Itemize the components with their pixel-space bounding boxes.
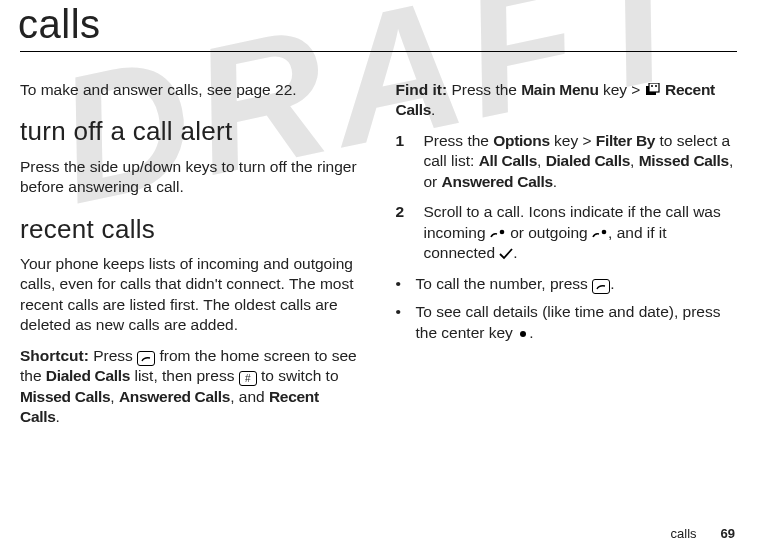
main-menu-label: Main Menu <box>521 81 598 98</box>
bullet-list: To call the number, press . To see call … <box>396 274 738 343</box>
dialed-calls-label: Dialed Calls <box>46 367 130 384</box>
step-number: 1 <box>396 131 424 192</box>
footer-section-label: calls <box>671 526 697 541</box>
txt: , <box>110 388 119 405</box>
section1-body: Press the side up/down keys to turn off … <box>20 157 362 198</box>
send-key-icon <box>137 351 155 366</box>
txt: To call the number, press <box>416 275 593 292</box>
all-calls-label: All Calls <box>479 152 537 169</box>
svg-point-5 <box>602 229 607 234</box>
intro-text: To make and answer calls, see page 22. <box>20 80 362 100</box>
missed-calls-label: Missed Calls <box>639 152 729 169</box>
txt: . <box>553 173 557 190</box>
find-it-paragraph: Find it: Press the Main Menu key > Recen… <box>396 80 738 121</box>
footer-page-number: 69 <box>721 526 735 541</box>
txt: list, then press <box>130 367 239 384</box>
incoming-icon <box>490 224 506 241</box>
title-rule <box>20 51 737 52</box>
answered-calls-label: Answered Calls <box>442 173 553 190</box>
txt: to switch to <box>257 367 339 384</box>
shortcut-label: Shortcut: <box>20 347 89 364</box>
list-item: 1 Press the Options key > Filter By to s… <box>396 131 738 192</box>
page-footer: calls69 <box>671 526 735 541</box>
filter-by-label: Filter By <box>596 132 655 149</box>
txt: To see call details (like time and date)… <box>416 303 721 340</box>
section-heading-recent-calls: recent calls <box>20 212 362 246</box>
txt: key > <box>550 132 596 149</box>
list-item: 2 Scroll to a call. Icons indicate if th… <box>396 202 738 263</box>
right-column: Find it: Press the Main Menu key > Recen… <box>396 80 738 438</box>
svg-point-6 <box>520 331 526 337</box>
txt: . <box>56 408 60 425</box>
step-body: Scroll to a call. Icons indicate if the … <box>424 202 738 263</box>
step-number: 2 <box>396 202 424 263</box>
recent-calls-icon <box>645 81 661 98</box>
svg-point-4 <box>500 229 505 234</box>
svg-point-2 <box>651 85 653 87</box>
bullet-body: To see call details (like time and date)… <box>416 302 738 343</box>
dialed-calls-label: Dialed Calls <box>546 152 630 169</box>
svg-rect-1 <box>649 83 659 92</box>
hash-key-icon: # <box>239 371 257 386</box>
section-heading-turn-off: turn off a call alert <box>20 114 362 148</box>
txt: , and <box>230 388 269 405</box>
find-it-label: Find it: <box>396 81 448 98</box>
txt: . <box>529 324 533 341</box>
txt: Press the <box>447 81 521 98</box>
steps-list: 1 Press the Options key > Filter By to s… <box>396 131 738 264</box>
left-column: To make and answer calls, see page 22. t… <box>20 80 362 438</box>
center-key-icon <box>517 324 529 341</box>
send-key-icon <box>592 279 610 294</box>
section2-body: Your phone keeps lists of incoming and o… <box>20 254 362 336</box>
txt: , <box>630 152 639 169</box>
step-body: Press the Options key > Filter By to sel… <box>424 131 738 192</box>
page-title: calls <box>18 2 737 47</box>
list-item: To see call details (like time and date)… <box>396 302 738 343</box>
txt: . <box>610 275 614 292</box>
txt: , <box>537 152 546 169</box>
txt: key > <box>599 81 645 98</box>
txt: or outgoing <box>506 224 592 241</box>
txt: Press the <box>424 132 494 149</box>
bullet-body: To call the number, press . <box>416 274 615 294</box>
answered-calls-label: Answered Calls <box>119 388 230 405</box>
txt: Press <box>89 347 137 364</box>
list-item: To call the number, press . <box>396 274 738 294</box>
svg-point-3 <box>655 85 657 87</box>
options-label: Options <box>493 132 549 149</box>
txt: . <box>431 101 435 118</box>
txt: . <box>513 244 517 261</box>
missed-calls-label: Missed Calls <box>20 388 110 405</box>
connected-check-icon <box>499 244 513 261</box>
outgoing-icon <box>592 224 608 241</box>
shortcut-paragraph: Shortcut: Press from the home screen to … <box>20 346 362 428</box>
